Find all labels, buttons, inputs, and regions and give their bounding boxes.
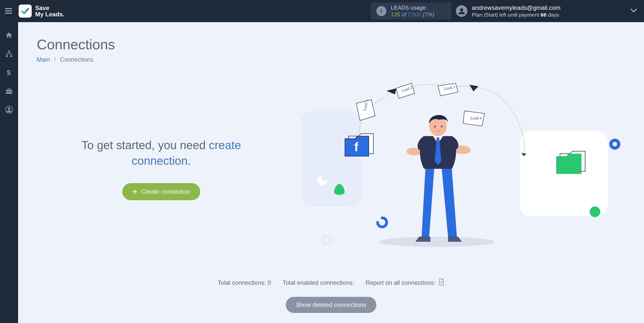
white-ring-icon	[321, 234, 333, 246]
usage-label: LEADS usage:	[391, 4, 434, 11]
hero-link-1[interactable]: create	[209, 139, 241, 152]
breadcrumb-current: Connections	[60, 56, 93, 63]
menu-toggle-button[interactable]	[3, 6, 14, 17]
create-connection-label: Create connection	[141, 188, 190, 195]
person-illustration	[404, 106, 474, 248]
briefcase-icon	[5, 87, 13, 95]
dollar-icon: $	[7, 69, 12, 76]
facebook-folder-icon: f	[344, 131, 376, 160]
svg-rect-0	[5, 8, 12, 9]
plan-days-word: days	[548, 12, 559, 18]
total-connections-label: Total connections:	[218, 279, 266, 286]
plan-name: Start	[485, 12, 496, 18]
user-icon	[458, 7, 465, 15]
blue-arc-icon	[376, 217, 388, 229]
plan-mid: | left until payment	[496, 12, 539, 18]
usage-total: 2'000	[408, 11, 421, 18]
info-icon: i	[376, 6, 386, 16]
total-connections: Total connections: 0	[218, 279, 271, 286]
usage-pct: (7%)	[423, 11, 434, 18]
user-circle-icon	[5, 106, 13, 113]
content-area: Connections Main / Connections To get st…	[18, 22, 644, 323]
hero-text: To get started, you need create connecti…	[82, 137, 241, 169]
plan-days: 66	[541, 12, 546, 18]
svg-text:$: $	[7, 69, 11, 76]
hero-link-2[interactable]: connection	[132, 154, 188, 167]
blue-ring-icon	[609, 139, 620, 150]
account-email: andrewsavemyleads@gmail.com	[472, 4, 561, 12]
enabled-connections-label: Total enabled connections:	[283, 279, 354, 286]
plus-icon	[132, 189, 137, 194]
fb-glyph: f	[354, 140, 358, 154]
breadcrumb-separator: /	[54, 56, 56, 63]
nav-business[interactable]	[4, 86, 14, 96]
lead-paper-1: Lead 1	[354, 98, 376, 124]
nav-profile[interactable]	[4, 105, 14, 115]
account-plan-line: Plan |Start| left until payment 66 days	[472, 12, 561, 18]
svg-marker-19	[556, 154, 581, 174]
plan-prefix: Plan |	[472, 12, 485, 18]
sidebar: $	[0, 22, 18, 323]
svg-point-22	[441, 126, 442, 127]
nav-connections[interactable]	[4, 49, 14, 59]
green-triangle-icon	[332, 183, 346, 196]
green-dot-icon	[590, 207, 600, 217]
brand-line2: My Leads.	[35, 11, 64, 17]
top-bar: Save My Leads. i LEADS usage: 135 of 2'0…	[0, 0, 644, 22]
stats-row: Total connections: 0 Total enabled conne…	[37, 278, 625, 287]
breadcrumb-main-link[interactable]: Main	[37, 56, 50, 63]
svg-point-11	[8, 107, 10, 110]
svg-point-3	[460, 8, 463, 12]
create-connection-button[interactable]: Create connection	[122, 183, 200, 200]
report-download-button[interactable]	[438, 278, 445, 287]
target-folder-icon	[555, 149, 588, 177]
leads-usage-pill[interactable]: i LEADS usage: 135 of 2'000 (7%)	[371, 3, 451, 20]
usage-count: 135	[391, 11, 400, 18]
svg-rect-4	[8, 51, 10, 52]
crescent-icon	[316, 174, 329, 187]
hero-left: To get started, you need create connecti…	[37, 83, 286, 254]
usage-text: LEADS usage: 135 of 2'000 (7%)	[391, 4, 434, 18]
account-block[interactable]: andrewsavemyleads@gmail.com Plan |Start|…	[456, 4, 561, 18]
sitemap-icon	[5, 50, 13, 58]
account-lines: andrewsavemyleads@gmail.com Plan |Start|…	[472, 4, 561, 18]
usage-of: of	[401, 11, 406, 18]
avatar	[456, 5, 467, 17]
svg-rect-9	[6, 91, 12, 92]
home-icon	[5, 31, 13, 39]
brand-line1: Save	[35, 5, 64, 11]
show-deleted-button[interactable]: Show deleted connections	[286, 297, 376, 313]
svg-point-21	[434, 126, 436, 127]
document-icon	[438, 278, 445, 286]
hero-leadin: To get started, you need	[82, 139, 209, 152]
account-dropdown-toggle[interactable]	[630, 9, 637, 14]
page-title: Connections	[37, 36, 625, 53]
nav-billing[interactable]: $	[4, 67, 14, 77]
show-deleted-label: Show deleted connections	[296, 301, 366, 308]
brand-name: Save My Leads.	[35, 5, 64, 17]
brand-logo[interactable]: Save My Leads.	[19, 5, 64, 18]
lead-paper-3: Lead 3	[437, 82, 459, 98]
svg-rect-1	[5, 11, 12, 11]
chevron-down-icon	[630, 9, 637, 13]
report-connections: Report on all connections:	[366, 278, 445, 287]
lead-paper-2: Lead 2	[394, 82, 417, 100]
report-connections-label: Report on all connections:	[366, 279, 435, 286]
shadow	[379, 237, 495, 247]
hero-period: .	[188, 154, 191, 167]
breadcrumb: Main / Connections	[37, 56, 625, 63]
svg-rect-6	[10, 55, 12, 57]
hamburger-icon	[5, 8, 12, 14]
svg-rect-2	[5, 13, 12, 14]
svg-rect-5	[6, 55, 8, 57]
total-connections-value: 0	[268, 279, 271, 286]
checkmark-icon	[21, 7, 29, 15]
logo-badge	[19, 5, 32, 18]
hero-illustration: Lead 1 Lead 2 Lead 3 Lead 4	[296, 83, 625, 254]
nav-home[interactable]	[4, 30, 14, 40]
